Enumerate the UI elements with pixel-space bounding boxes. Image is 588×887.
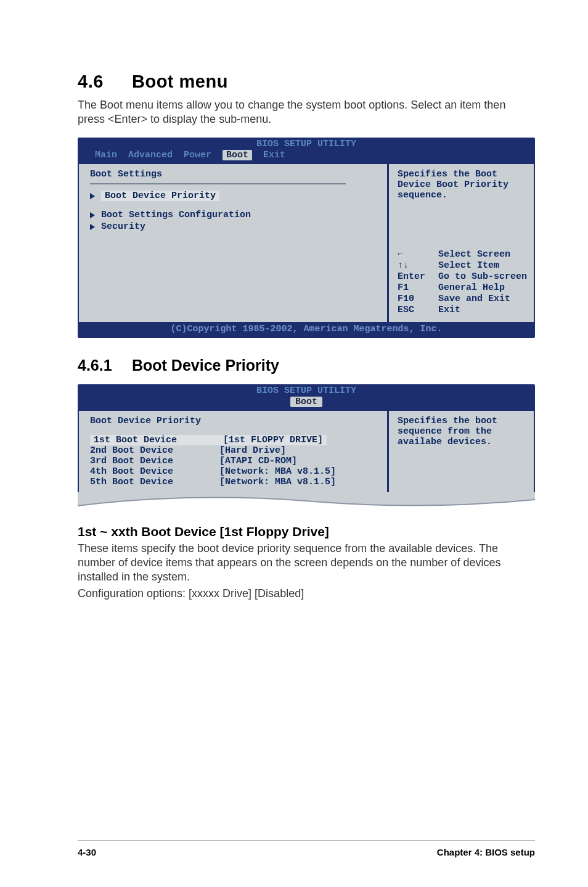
key-row: ESCExit: [398, 305, 528, 316]
boot-order-row[interactable]: 1st Boot Device[1st FLOPPY DRIVE]: [90, 435, 381, 445]
footer-divider: [78, 840, 535, 841]
key-label: Enter: [398, 271, 430, 283]
boot-value: [Hard Drive]: [219, 445, 286, 456]
tab-boot[interactable]: Boot: [223, 150, 252, 160]
key-label: F10: [398, 294, 430, 305]
bios-copyright: (C)Copyright 1985-2002, American Megatre…: [79, 322, 534, 337]
intro-paragraph: The Boot menu items allow you to change …: [78, 98, 535, 126]
boot-value: [Network: MBA v8.1.5]: [219, 477, 336, 487]
boot-value: [Network: MBA v8.1.5]: [219, 466, 336, 477]
key-desc: Select Item: [438, 260, 499, 271]
menu-item-label: Boot Settings Configuration: [101, 210, 251, 220]
key-desc: Exit: [438, 305, 460, 316]
tab-advanced[interactable]: Advanced: [128, 150, 173, 160]
option-body-2: Configuration options: [xxxxx Drive] [Di…: [78, 587, 535, 601]
key-desc: Go to Sub-screen: [438, 271, 527, 283]
section-number: 4.6: [78, 72, 132, 92]
bios-tab-bar: Boot: [79, 397, 534, 410]
bios-body: Boot Device Priority 1st Boot Device[1st…: [79, 410, 534, 492]
section-heading: 4.6Boot menu: [78, 72, 535, 92]
subsection-title: Boot Device Priority: [132, 357, 279, 374]
tab-exit[interactable]: Exit: [263, 150, 285, 160]
key-label: F1: [398, 283, 430, 294]
footer-chapter-label: Chapter 4: BIOS setup: [437, 847, 535, 857]
boot-key: 2nd Boot Device: [90, 445, 219, 456]
bios-title: BIOS SETUP UTILITY: [79, 139, 534, 150]
boot-order-row[interactable]: 3rd Boot Device[ATAPI CD-ROM]: [90, 456, 381, 466]
option-heading: 1st ~ xxth Boot Device [1st Floppy Drive…: [78, 524, 535, 539]
option-body-1: These items specify the boot device prio…: [78, 542, 535, 584]
boot-key: 3rd Boot Device: [90, 456, 219, 466]
boot-order-row[interactable]: 2nd Boot Device[Hard Drive]: [90, 445, 381, 456]
boot-key: 1st Boot Device: [90, 435, 219, 445]
tab-power[interactable]: Power: [184, 150, 211, 160]
menu-item-label: Security: [101, 221, 145, 232]
footer-page-number: 4-30: [78, 847, 96, 857]
page-root: 4.6Boot menu The Boot menu items allow y…: [0, 0, 588, 887]
key-label: ESC: [398, 305, 430, 316]
menu-item-label: Boot Device Priority: [101, 191, 219, 201]
subsection-heading: 4.6.1Boot Device Priority: [78, 357, 535, 374]
boot-order-row[interactable]: 4th Boot Device[Network: MBA v8.1.5]: [90, 466, 381, 477]
bios-left-panel: Boot Device Priority 1st Boot Device[1st…: [79, 411, 387, 492]
bios-window: BIOS SETUP UTILITY Boot Boot Device Prio…: [78, 384, 535, 493]
key-desc: Save and Exit: [438, 294, 510, 305]
bios-left-panel: Boot Settings Boot Device Priority Boot …: [79, 164, 387, 322]
bios-screenshot-boot-settings: BIOS SETUP UTILITY Main Advanced Power B…: [78, 138, 535, 338]
key-desc: General Help: [438, 283, 505, 294]
boot-key: 4th Boot Device: [90, 466, 219, 477]
key-row: F1General Help: [398, 283, 528, 294]
key-left-arrow-icon: ←: [398, 249, 430, 260]
menu-item-boot-device-priority[interactable]: Boot Device Priority: [90, 191, 381, 201]
help-text: Specifies the Boot Device Boot Priority …: [398, 169, 528, 200]
submenu-arrow-icon: [90, 193, 95, 199]
boot-value: [ATAPI CD-ROM]: [219, 456, 297, 466]
left-panel-divider: [90, 183, 346, 184]
torn-edge-icon: [78, 492, 535, 511]
bios-title: BIOS SETUP UTILITY: [79, 386, 534, 397]
help-text: Specifies the boot sequence from the ava…: [398, 416, 528, 447]
key-row: F10Save and Exit: [398, 294, 528, 305]
key-desc: Select Screen: [438, 249, 510, 260]
boot-key: 5th Boot Device: [90, 477, 219, 487]
bios-screenshot-boot-priority: BIOS SETUP UTILITY Boot Boot Device Prio…: [78, 384, 535, 511]
menu-item-security[interactable]: Security: [90, 221, 381, 232]
tab-main[interactable]: Main: [95, 150, 117, 160]
page-footer: 4-30 Chapter 4: BIOS setup: [78, 840, 535, 857]
submenu-arrow-icon: [90, 224, 95, 230]
left-panel-title: Boot Device Priority: [90, 416, 381, 426]
bios-window: BIOS SETUP UTILITY Main Advanced Power B…: [78, 138, 535, 338]
keymap-block: ←Select Screen ↑↓Select Item EnterGo to …: [398, 249, 528, 316]
bios-right-panel: Specifies the boot sequence from the ava…: [387, 411, 534, 492]
boot-value: [1st FLOPPY DRIVE]: [219, 435, 327, 445]
subsection-number: 4.6.1: [78, 357, 132, 374]
tab-boot[interactable]: Boot: [290, 397, 322, 407]
key-row: EnterGo to Sub-screen: [398, 271, 528, 283]
menu-item-boot-settings-config[interactable]: Boot Settings Configuration: [90, 210, 381, 220]
bios-right-panel: Specifies the Boot Device Boot Priority …: [387, 164, 534, 322]
left-panel-title: Boot Settings: [90, 169, 381, 179]
boot-order-row[interactable]: 5th Boot Device[Network: MBA v8.1.5]: [90, 477, 381, 487]
key-updown-arrow-icon: ↑↓: [398, 260, 430, 271]
bios-tab-bar: Main Advanced Power Boot Exit: [79, 150, 534, 163]
bios-body: Boot Settings Boot Device Priority Boot …: [79, 163, 534, 322]
key-row: ↑↓Select Item: [398, 260, 528, 271]
submenu-arrow-icon: [90, 212, 95, 218]
section-title-text: Boot menu: [132, 72, 228, 91]
key-row: ←Select Screen: [398, 249, 528, 260]
